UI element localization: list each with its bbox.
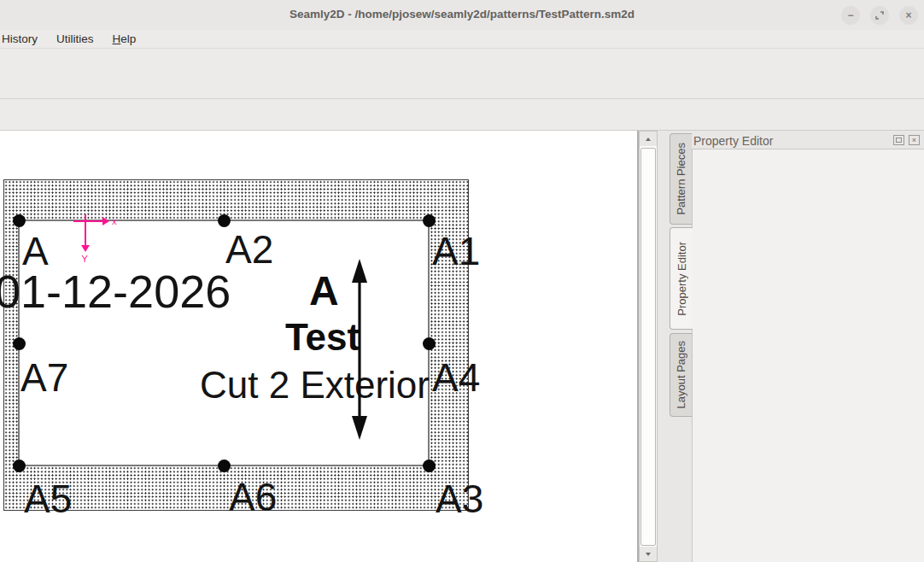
panel-close-button[interactable]: × — [909, 135, 920, 145]
scroll-down-button[interactable] — [640, 547, 657, 561]
draft-canvas[interactable]: A A2 A1 A7 A4 A5 A6 A3 01-12-2026 A Test… — [0, 131, 637, 562]
tab-property-editor[interactable]: Property Editor — [670, 227, 693, 330]
pattern-point[interactable] — [13, 460, 26, 472]
point-label-a6[interactable]: A6 — [229, 477, 277, 517]
tab-pattern-pieces[interactable]: Pattern Pieces — [670, 133, 692, 225]
point-label-a5[interactable]: A5 — [24, 479, 72, 518]
restore-icon — [874, 10, 885, 20]
pattern-point[interactable] — [13, 214, 26, 227]
pattern-point[interactable] — [423, 337, 436, 350]
pattern-point[interactable] — [423, 460, 436, 472]
format-toolbar: 32 A A A Default — [0, 99, 924, 131]
point-label-a2[interactable]: A2 — [225, 230, 273, 269]
menu-history[interactable]: History — [0, 32, 47, 45]
minimize-button[interactable]: − — [841, 6, 860, 25]
panel-float-button[interactable] — [893, 135, 904, 145]
pattern-point[interactable] — [218, 460, 231, 472]
close-icon: × — [905, 9, 911, 21]
point-label-a1[interactable]: A1 — [432, 231, 480, 271]
minimize-icon: − — [847, 9, 853, 21]
triangle-down-icon — [646, 553, 651, 556]
restore-button[interactable] — [870, 6, 889, 25]
property-editor-content — [692, 149, 924, 562]
triangle-up-icon — [646, 138, 651, 141]
panel-title: Property Editor — [693, 134, 773, 148]
axis-y-label: Y — [82, 254, 89, 264]
menu-bar: History Utilities Help — [0, 30, 924, 49]
scrollbar-thumb[interactable] — [640, 148, 656, 546]
point-label-a3[interactable]: A3 — [436, 479, 483, 518]
pattern-date-label: 01-12-2026 — [0, 268, 231, 314]
menu-help[interactable]: Help — [103, 32, 146, 45]
seamly2d-window: Seamly2D - /home/pjosew/seamly2d/pattern… — [0, 0, 924, 562]
close-icon: × — [912, 137, 916, 144]
close-button[interactable]: × — [899, 6, 918, 25]
tab-layout-pages[interactable]: Layout Pages — [670, 333, 692, 417]
pattern-point[interactable] — [423, 214, 436, 227]
piece-origin-axis: x Y — [67, 211, 123, 266]
window-title: Seamly2D - /home/pjosew/seamly2d/pattern… — [0, 8, 924, 20]
title-bar: Seamly2D - /home/pjosew/seamly2d/pattern… — [0, 0, 924, 30]
point-label-a7[interactable]: A7 — [20, 358, 68, 397]
axis-x-label: x — [112, 216, 117, 226]
main-toolbar: e Layout — [0, 49, 924, 99]
cut-instruction-label: Cut 2 Exterior — [200, 366, 430, 404]
grainline-arrow[interactable] — [343, 257, 377, 442]
vertical-scrollbar[interactable] — [639, 131, 658, 562]
point-label-a4[interactable]: A4 — [432, 358, 480, 397]
pattern-point[interactable] — [218, 214, 231, 227]
piece-letter-label: A — [309, 271, 339, 312]
scroll-up-button[interactable] — [640, 132, 657, 146]
pattern-point[interactable] — [13, 337, 26, 350]
float-icon — [896, 138, 902, 143]
menu-utilities[interactable]: Utilities — [47, 32, 103, 45]
